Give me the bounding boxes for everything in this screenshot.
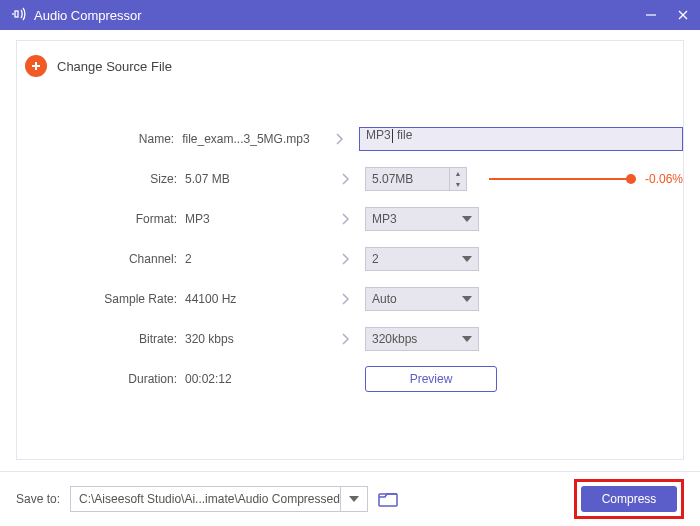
chevron-down-icon: [462, 296, 472, 302]
row-sample-rate: Sample Rate: 44100 Hz Auto: [17, 279, 683, 319]
svg-marker-10: [349, 496, 359, 502]
size-stepper[interactable]: 5.07MB ▲ ▼: [365, 167, 467, 191]
row-duration: Duration: 00:02:12 Preview: [17, 359, 683, 399]
window-title: Audio Compressor: [34, 8, 142, 23]
size-delta: -0.06%: [645, 172, 683, 186]
row-format: Format: MP3 MP3: [17, 199, 683, 239]
name-label: Name:: [17, 132, 182, 146]
slider-thumb[interactable]: [626, 174, 636, 184]
channel-label: Channel:: [17, 252, 185, 266]
settings-form: Name: file_exam...3_5MG.mp3 MP3 file Siz…: [17, 119, 683, 399]
open-folder-button[interactable]: [378, 491, 398, 507]
size-slider[interactable]: [489, 178, 631, 180]
svg-rect-0: [15, 11, 18, 17]
chevron-right-icon: [340, 332, 350, 346]
name-source-value: file_exam...3_5MG.mp3: [182, 132, 320, 146]
format-select-value: MP3: [372, 212, 397, 226]
close-button[interactable]: [676, 8, 690, 22]
chevron-down-icon: [462, 216, 472, 222]
sample-rate-select[interactable]: Auto: [365, 287, 479, 311]
chevron-down-icon: [462, 256, 472, 262]
titlebar: Audio Compressor: [0, 0, 700, 30]
save-path-select[interactable]: C:\Aiseesoft Studio\Ai...imate\Audio Com…: [70, 486, 368, 512]
svg-marker-7: [462, 256, 472, 262]
plus-icon: [25, 55, 47, 77]
sample-rate-label: Sample Rate:: [17, 292, 185, 306]
duration-value: 00:02:12: [185, 372, 325, 386]
channel-select[interactable]: 2: [365, 247, 479, 271]
chevron-right-icon: [340, 252, 350, 266]
preview-button[interactable]: Preview: [365, 366, 497, 392]
chevron-right-icon: [340, 172, 350, 186]
compress-button[interactable]: Compress: [581, 486, 677, 512]
compress-highlight: Compress: [574, 479, 684, 519]
row-channel: Channel: 2 2: [17, 239, 683, 279]
format-select[interactable]: MP3: [365, 207, 479, 231]
save-path-text: C:\Aiseesoft Studio\Ai...imate\Audio Com…: [71, 492, 340, 506]
change-source-file-button[interactable]: Change Source File: [17, 41, 683, 89]
bottom-bar: Save to: C:\Aiseesoft Studio\Ai...imate\…: [0, 471, 700, 526]
save-to-label: Save to:: [16, 492, 60, 506]
duration-label: Duration:: [17, 372, 185, 386]
bitrate-select[interactable]: 320kbps: [365, 327, 479, 351]
row-name: Name: file_exam...3_5MG.mp3 MP3 file: [17, 119, 683, 159]
chevron-down-icon: [462, 336, 472, 342]
svg-marker-6: [462, 216, 472, 222]
chevron-right-icon: [340, 212, 350, 226]
size-step-up[interactable]: ▲: [450, 168, 466, 179]
main-panel: Change Source File Name: file_exam...3_5…: [16, 40, 684, 460]
sample-rate-source-value: 44100 Hz: [185, 292, 325, 306]
format-label: Format:: [17, 212, 185, 226]
audio-compressor-window: Audio Compressor Change Source File Name…: [0, 0, 700, 526]
chevron-down-icon[interactable]: [340, 487, 367, 511]
bitrate-source-value: 320 kbps: [185, 332, 325, 346]
name-input[interactable]: MP3 file: [359, 127, 683, 151]
format-source-value: MP3: [185, 212, 325, 226]
channel-source-value: 2: [185, 252, 325, 266]
minimize-button[interactable]: [644, 8, 658, 22]
size-stepper-value: 5.07MB: [366, 172, 449, 186]
row-size: Size: 5.07 MB 5.07MB ▲ ▼: [17, 159, 683, 199]
row-bitrate: Bitrate: 320 kbps 320kbps: [17, 319, 683, 359]
channel-select-value: 2: [372, 252, 379, 266]
bitrate-select-value: 320kbps: [372, 332, 417, 346]
sample-rate-select-value: Auto: [372, 292, 397, 306]
chevron-right-icon: [334, 132, 344, 146]
chevron-right-icon: [340, 292, 350, 306]
app-icon: [10, 6, 26, 25]
size-label: Size:: [17, 172, 185, 186]
svg-marker-9: [462, 336, 472, 342]
bitrate-label: Bitrate:: [17, 332, 185, 346]
text-cursor: [392, 129, 393, 143]
svg-rect-11: [379, 494, 397, 506]
svg-marker-8: [462, 296, 472, 302]
change-source-label: Change Source File: [57, 59, 172, 74]
size-source-value: 5.07 MB: [185, 172, 325, 186]
size-step-down[interactable]: ▼: [450, 179, 466, 190]
